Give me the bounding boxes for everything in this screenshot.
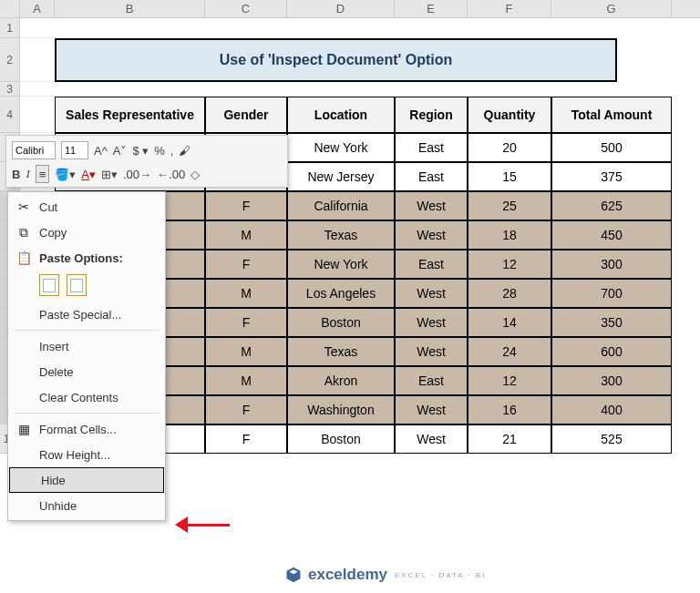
menu-row-height[interactable]: Row Height... — [8, 442, 165, 467]
cell-qty[interactable]: 12 — [468, 250, 551, 279]
cell-region[interactable]: West — [395, 424, 468, 454]
cell-location[interactable]: Los Angeles — [287, 279, 395, 308]
align-icon[interactable]: ≡ — [36, 165, 50, 183]
increase-font-icon[interactable]: A^ — [94, 141, 108, 159]
cell-location[interactable]: New Jersey — [287, 162, 395, 191]
cell-qty[interactable]: 15 — [468, 162, 551, 191]
cell-location[interactable]: Washington — [287, 395, 395, 424]
italic-icon[interactable]: I — [26, 165, 29, 183]
menu-clear-contents[interactable]: Clear Contents — [8, 384, 165, 410]
cell-region[interactable]: East — [395, 133, 468, 162]
menu-paste-special[interactable]: Paste Special... — [8, 302, 165, 327]
comma-format-icon[interactable]: , — [170, 141, 174, 159]
cell-qty[interactable]: 14 — [468, 308, 551, 337]
cell-gender[interactable]: F — [205, 191, 287, 220]
format-painter-icon[interactable]: 🖌 — [179, 141, 190, 159]
menu-hide[interactable]: Hide — [9, 467, 164, 493]
paste-option-2[interactable] — [67, 274, 87, 296]
col-c[interactable]: C — [205, 0, 287, 17]
bold-icon[interactable]: B — [12, 165, 20, 183]
cell-region[interactable]: East — [395, 366, 468, 395]
font-color-icon[interactable]: A▾ — [81, 165, 96, 183]
cell-location[interactable]: Texas — [287, 337, 395, 366]
col-e[interactable]: E — [395, 0, 468, 17]
cell-total[interactable]: 300 — [551, 366, 672, 395]
cell-location[interactable]: Boston — [287, 424, 395, 454]
col-a[interactable]: A — [20, 0, 55, 17]
cell-region[interactable]: West — [395, 191, 468, 220]
row-2[interactable]: 2 — [0, 38, 20, 82]
cell-location[interactable]: California — [287, 191, 395, 220]
font-size-input[interactable] — [61, 141, 88, 159]
cell-total[interactable]: 500 — [551, 133, 672, 162]
cell-location[interactable]: Akron — [287, 366, 395, 395]
row-1[interactable]: 1 — [0, 18, 20, 38]
cell-qty[interactable]: 12 — [468, 366, 551, 395]
cell-gender[interactable]: F — [205, 250, 287, 279]
decrease-font-icon[interactable]: A˅ — [113, 141, 128, 159]
cell-total[interactable]: 625 — [551, 191, 672, 220]
cell-location[interactable]: New York — [287, 133, 395, 162]
cell-location[interactable]: New York — [287, 250, 395, 279]
menu-format-cells[interactable]: ▦Format Cells... — [8, 416, 165, 442]
cell-total[interactable]: 300 — [551, 250, 672, 279]
col-g[interactable]: G — [551, 0, 672, 17]
header-region[interactable]: Region — [395, 97, 468, 133]
font-name-input[interactable] — [12, 141, 56, 159]
cell-qty[interactable]: 21 — [468, 424, 551, 454]
cell-qty[interactable]: 24 — [468, 337, 551, 366]
cell-gender[interactable]: M — [205, 279, 287, 308]
cell-qty[interactable]: 16 — [468, 395, 551, 424]
cell-qty[interactable]: 28 — [468, 279, 551, 308]
paste-option-1[interactable] — [39, 274, 59, 296]
col-f[interactable]: F — [468, 0, 551, 17]
header-location[interactable]: Location — [287, 97, 395, 133]
increase-decimal-icon[interactable]: .00→ — [123, 165, 151, 183]
cell-region[interactable]: West — [395, 308, 468, 337]
cell-qty[interactable]: 18 — [468, 220, 551, 250]
header-gender[interactable]: Gender — [205, 97, 287, 133]
fill-color-icon[interactable]: 🪣▾ — [55, 165, 76, 183]
col-d[interactable]: D — [287, 0, 395, 17]
menu-copy[interactable]: ⧉Copy — [8, 220, 165, 245]
col-b[interactable]: B — [55, 0, 205, 17]
cell-gender[interactable]: F — [205, 424, 287, 454]
clear-format-icon[interactable]: ◇ — [190, 165, 200, 183]
cell-region[interactable]: West — [395, 279, 468, 308]
cell-gender[interactable]: M — [205, 220, 287, 250]
cell-gender[interactable]: M — [205, 337, 287, 366]
cell-region[interactable]: West — [395, 337, 468, 366]
menu-insert[interactable]: Insert — [8, 333, 165, 359]
cell-qty[interactable]: 20 — [468, 133, 551, 162]
accounting-format-icon[interactable]: $ ▾ — [132, 141, 149, 159]
menu-delete[interactable]: Delete — [8, 359, 165, 384]
cell-gender[interactable]: F — [205, 308, 287, 337]
row-4[interactable]: 4 — [0, 97, 20, 133]
cell-qty[interactable]: 25 — [468, 191, 551, 220]
cell-total[interactable]: 600 — [551, 337, 672, 366]
cell-total[interactable]: 375 — [551, 162, 672, 191]
header-total[interactable]: Total Amount — [551, 97, 672, 133]
title-cell[interactable]: Use of 'Inspect Document' Option — [55, 38, 617, 82]
header-qty[interactable]: Quantity — [468, 97, 551, 133]
cell-region[interactable]: East — [395, 162, 468, 191]
cell-region[interactable]: West — [395, 220, 468, 250]
cell-gender[interactable]: M — [205, 366, 287, 395]
cell-total[interactable]: 525 — [551, 424, 672, 454]
cell-region[interactable]: East — [395, 250, 468, 279]
cell-total[interactable]: 700 — [551, 279, 672, 308]
cell-gender[interactable]: F — [205, 395, 287, 424]
row-3[interactable]: 3 — [0, 82, 20, 97]
cell-location[interactable]: Texas — [287, 220, 395, 250]
cell-total[interactable]: 400 — [551, 395, 672, 424]
menu-unhide[interactable]: Unhide — [8, 493, 165, 518]
cell-region[interactable]: West — [395, 395, 468, 424]
cell-total[interactable]: 350 — [551, 308, 672, 337]
percent-format-icon[interactable]: % — [154, 141, 165, 159]
borders-icon[interactable]: ⊞▾ — [101, 165, 118, 183]
cell-total[interactable]: 450 — [551, 220, 672, 250]
decrease-decimal-icon[interactable]: ←.00 — [157, 165, 185, 183]
cell-location[interactable]: Boston — [287, 308, 395, 337]
header-rep[interactable]: Sales Representative — [55, 97, 205, 133]
menu-cut[interactable]: ✂Cut — [8, 194, 165, 220]
